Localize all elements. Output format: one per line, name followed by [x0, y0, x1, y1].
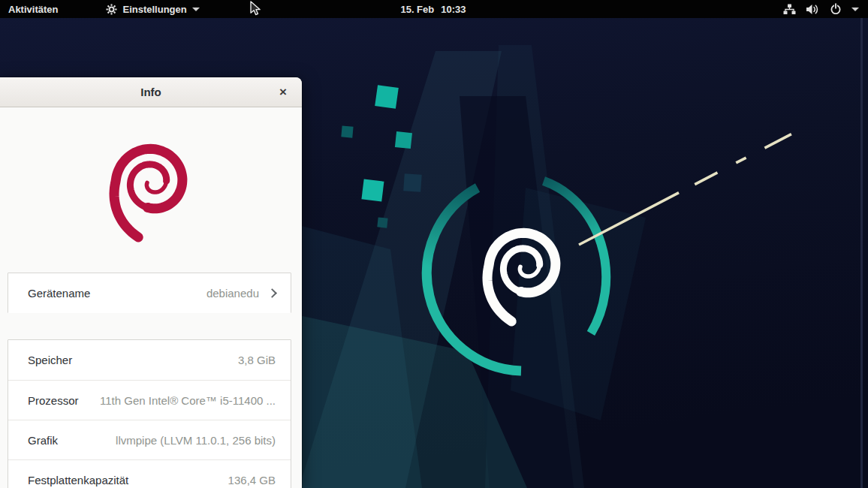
spec-label: Grafik: [28, 434, 58, 447]
spec-value: 136,4 GB: [128, 474, 276, 486]
spec-row-disk: Festplattenkapazität 136,4 GB: [8, 459, 291, 488]
clock-date: 15. Feb: [400, 4, 434, 15]
mouse-cursor: [248, 1, 263, 17]
device-name-row[interactable]: Gerätename debianedu: [8, 273, 291, 313]
clock-button[interactable]: 15. Feb 10:33: [393, 0, 472, 18]
activities-button[interactable]: Aktivitäten: [2, 0, 65, 18]
spec-label: Speicher: [28, 354, 72, 366]
network-icon: [783, 4, 796, 15]
spec-value: llvmpipe (LLVM 11.0.1, 256 bits): [58, 434, 276, 447]
chevron-right-icon: [267, 288, 277, 298]
close-button[interactable]: ×: [273, 83, 293, 102]
spec-value: 3,8 GiB: [72, 354, 276, 366]
gear-icon: [106, 4, 117, 15]
settings-menu-label: Einstellungen: [122, 4, 186, 15]
top-bar: Aktivitäten Einstellungen 15. Feb 10:33: [0, 0, 868, 18]
desktop-screen: Info × Gerätename debianedu Speiche: [0, 0, 868, 488]
spec-label: Festplattenkapazität: [28, 474, 128, 486]
settings-menu-button[interactable]: Einstellungen: [99, 0, 206, 18]
specs-card: Speicher 3,8 GiB Prozessor 11th Gen Inte…: [8, 339, 291, 488]
volume-icon: [806, 4, 820, 15]
debian-logo: [89, 124, 216, 255]
spec-value: 11th Gen Intel® Core™ i5-11400 ...: [79, 394, 276, 407]
system-status-area[interactable]: [777, 0, 865, 18]
screen-edge-highlight: [860, 18, 863, 488]
device-name-card: Gerätename debianedu: [8, 273, 291, 313]
spec-row-memory: Speicher 3,8 GiB: [8, 340, 291, 380]
window-title: Info: [0, 77, 302, 107]
caret-down-icon: [192, 8, 200, 11]
window-titlebar[interactable]: Info ×: [0, 77, 302, 107]
activities-label: Aktivitäten: [8, 4, 58, 15]
caret-down-icon: [851, 8, 859, 11]
device-name-value: debianedu: [90, 287, 259, 300]
spec-row-processor: Prozessor 11th Gen Intel® Core™ i5-11400…: [8, 380, 291, 420]
spec-label: Prozessor: [28, 394, 79, 407]
device-name-label: Gerätename: [28, 287, 90, 300]
clock-time: 10:33: [441, 4, 466, 15]
close-icon: ×: [279, 85, 287, 100]
settings-info-window: Info × Gerätename debianedu Speiche: [0, 77, 302, 488]
power-icon: [830, 3, 842, 15]
spec-row-graphics: Grafik llvmpipe (LLVM 11.0.1, 256 bits): [8, 420, 291, 459]
